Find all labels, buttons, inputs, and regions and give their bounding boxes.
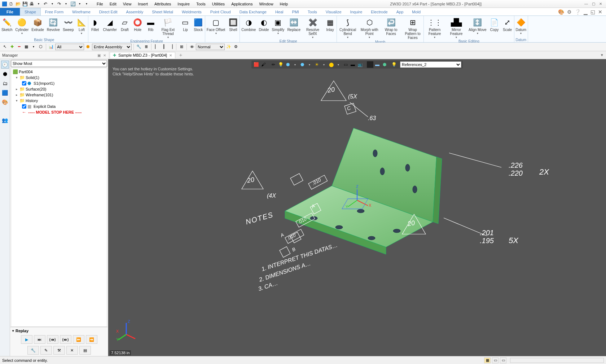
chevron-down-icon[interactable]: ▾ <box>63 1 69 7</box>
ribbon-cylindrical-bend-button[interactable]: ⟆Cylindrical Bend▾ <box>337 17 359 40</box>
ribbon-wrap-to-faces-button[interactable]: ↩️Wrap to Faces <box>380 17 402 40</box>
menu-attributes[interactable]: Attributes <box>152 1 174 7</box>
menu-insert[interactable]: Insert <box>135 1 151 7</box>
add-icon[interactable]: ✚ <box>9 44 15 50</box>
visibility-checkbox[interactable] <box>22 104 26 109</box>
menu-view[interactable]: View <box>120 1 135 7</box>
tab-wireframe[interactable]: Wireframe <box>68 8 95 16</box>
status-icon[interactable]: ▭ <box>500 358 506 363</box>
tab-freeform[interactable]: Free Form <box>41 8 68 16</box>
feature-tree[interactable]: 🟩 Part004 ▾ 📁 Solid(1) ⬣ S1(Import1) <box>11 68 107 327</box>
chevron-down-icon[interactable]: ▾ <box>277 32 279 35</box>
remove-icon[interactable]: ━ <box>16 44 22 50</box>
tab-weldments[interactable]: Weldments <box>177 8 206 16</box>
ribbon-copy-button[interactable]: 📄Copy <box>488 17 501 39</box>
ribbon-cylinder-button[interactable]: 🟡Cylinder▾ <box>14 17 30 38</box>
chevron-down-icon[interactable]: ▾ <box>77 1 83 7</box>
select-all-icon[interactable]: ▦ <box>23 44 30 50</box>
ribbon-flag-ext-thread-button[interactable]: 🏳️Flag Ext Thread▾ <box>157 17 179 39</box>
tree-surface[interactable]: ▸ 📁 Surface(20) <box>11 86 107 92</box>
ribbon-combine-button[interactable]: ◑Combine <box>240 17 257 39</box>
ribbon-rib-button[interactable]: ▬Rib <box>144 17 157 39</box>
new-icon[interactable]: 🗋 <box>8 1 14 7</box>
ribbon-align-move-button[interactable]: ↕️Align Move▾ <box>467 17 488 39</box>
tab-electrode[interactable]: Electrode <box>366 8 392 16</box>
skip-fwd-button[interactable]: (⏭) <box>60 335 71 344</box>
align-left-icon[interactable]: ▏ <box>153 44 160 50</box>
ribbon-divide-button[interactable]: ◐Divide <box>257 17 270 39</box>
status-icon[interactable]: ▭ <box>492 358 499 363</box>
eye-icon[interactable]: 👁 <box>189 44 195 50</box>
close-icon[interactable]: ✕ <box>597 1 604 6</box>
save-icon[interactable]: 💾 <box>22 1 28 7</box>
min-panel-icon[interactable]: ▁ <box>584 9 588 15</box>
view-tab-icon[interactable]: 🟦 <box>1 89 9 97</box>
chevron-down-icon[interactable]: ▾ <box>434 36 435 39</box>
tree-root[interactable]: 🟩 Part004 <box>11 69 107 75</box>
help-icon[interactable]: ❔ <box>575 9 581 15</box>
tab-sheetmetal[interactable]: Sheet Metal <box>148 8 177 16</box>
menu-window[interactable]: Window <box>256 1 276 7</box>
tree-history[interactable]: ▾ 📁 History <box>11 98 107 104</box>
rewind-button[interactable]: ⏪ <box>86 335 97 344</box>
chevron-down-icon[interactable]: ▾ <box>312 36 313 39</box>
expand-icon[interactable]: ▸ <box>15 93 18 97</box>
visibility-checkbox[interactable] <box>22 81 26 85</box>
ribbon-simplify-button[interactable]: ▣Simplify▾ <box>270 17 286 39</box>
dock-icon[interactable]: ▣ <box>97 53 101 57</box>
ribbon-sketch-button[interactable]: ✏️Sketch <box>0 17 14 38</box>
document-tab[interactable]: ✚ Sample MBD.Z3 - [Part004] ✕ <box>110 52 175 58</box>
role-tab-icon[interactable]: 👥 <box>1 116 9 124</box>
tree-explicit[interactable]: ▦ Explicit Data <box>11 104 107 109</box>
ribbon-pattern-feature-button[interactable]: ⋮⋮Pattern Feature▾ <box>424 17 445 39</box>
tab-pmi[interactable]: PMI <box>288 8 304 16</box>
tab-app[interactable]: App <box>392 8 408 16</box>
expand-icon[interactable]: ▸ <box>15 87 18 91</box>
collapse-icon[interactable]: ▾ <box>15 76 18 79</box>
menu-file[interactable]: File <box>94 1 106 7</box>
skip-back-button[interactable]: (⏮) <box>47 335 58 344</box>
wand-icon[interactable]: ✨ <box>225 44 232 50</box>
tree-wireframe[interactable]: ▸ 📁 Wireframe(101) <box>11 92 107 98</box>
close-panel-icon[interactable]: ✕ <box>598 9 602 15</box>
chevron-down-icon[interactable]: ▾ <box>369 36 370 39</box>
menu-edit[interactable]: Edit <box>107 1 119 7</box>
viewport[interactable]: 🟥 🖌 ✏ 💡 ⬢ ▾ ⬣ ▾ ☀ ▾ ⬤ ▾ ▭ ▬ 📺 ■ ▬ ⬢ 💡 Re… <box>108 59 606 356</box>
ribbon-extrude-button[interactable]: 📦Extrude <box>30 17 45 38</box>
ribbon-hole-button[interactable]: ⭕Hole <box>131 17 144 39</box>
assembly-tab-icon[interactable]: ⬢ <box>1 70 9 78</box>
history-tab-icon[interactable]: 🕘 <box>1 61 9 69</box>
menu-utilities[interactable]: Utilities <box>209 1 228 7</box>
tab-inquire[interactable]: Inquire <box>346 8 367 16</box>
ribbon-draft-button[interactable]: ▱Draft <box>118 17 131 39</box>
settings-small-icon[interactable]: ⚙ <box>233 44 239 50</box>
ribbon-replace-button[interactable]: ↔️Replace <box>286 17 302 39</box>
tool3-button[interactable]: ⚒ <box>53 346 65 355</box>
ribbon-scale-button[interactable]: ⤢Scale <box>501 17 514 39</box>
ribbon-datum-button[interactable]: 🔶Datum▾ <box>514 17 528 38</box>
tab-tools[interactable]: Tools <box>303 8 321 16</box>
tool2-button[interactable]: ✎ <box>40 346 52 355</box>
align-center-icon[interactable]: ┃ <box>161 44 167 50</box>
chevron-down-icon[interactable]: ▾ <box>167 36 169 39</box>
tab-dataexchange[interactable]: Data Exchange <box>235 8 271 16</box>
grid-icon[interactable]: ⊞ <box>178 44 185 50</box>
tree-solid[interactable]: ▾ 📁 Solid(1) <box>11 75 107 80</box>
filter-dropdown-1[interactable]: All <box>55 44 84 50</box>
open-icon[interactable]: 📂 <box>15 1 21 7</box>
step-button[interactable]: ⏭ <box>34 335 45 344</box>
ribbon-revolve-button[interactable]: 🔄Revolve <box>45 17 61 38</box>
menu-applications[interactable]: Applications <box>228 1 255 7</box>
ribbon-chamfer-button[interactable]: ◢Chamfer <box>101 17 118 39</box>
delete-button[interactable]: ✕ <box>66 346 78 355</box>
chart-icon[interactable]: 📊 <box>48 44 54 50</box>
repeat-icon[interactable]: 🔄 <box>70 1 76 7</box>
tool1-button[interactable]: 🔧 <box>27 346 39 355</box>
visual-tab-icon[interactable]: 🎨 <box>1 98 9 106</box>
minimize-icon[interactable]: — <box>583 1 589 6</box>
tab-file[interactable]: File <box>0 8 20 16</box>
chevron-down-icon[interactable]: ▾ <box>215 32 217 35</box>
filter-dropdown-2[interactable]: Entire Assembly <box>92 44 132 50</box>
chevron-down-icon[interactable]: ▾ <box>84 1 89 7</box>
chevron-down-icon[interactable]: ▾ <box>21 32 23 35</box>
